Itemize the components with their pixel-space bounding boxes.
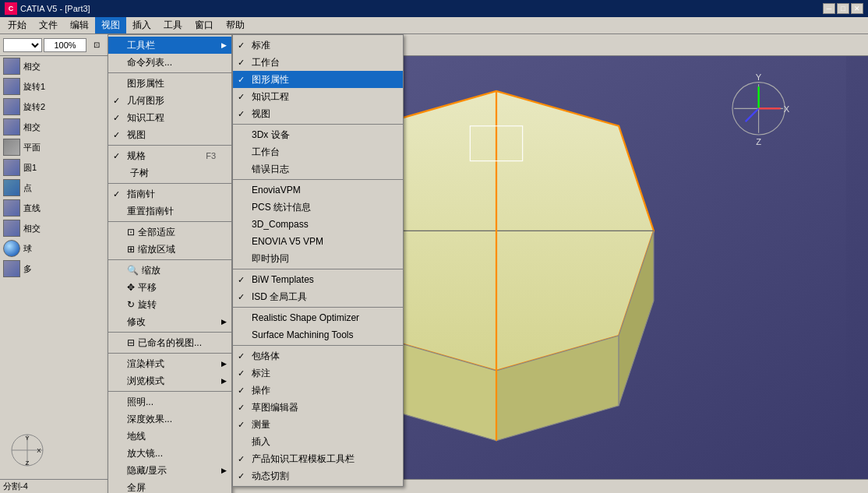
menu-pan[interactable]: ✥平移 <box>108 279 231 296</box>
sidebar-item-plane[interactable]: 平面 <box>0 137 123 157</box>
sidebar-icon <box>3 220 20 237</box>
separator4 <box>108 221 231 222</box>
separator3 <box>108 183 231 184</box>
sidebar-item-intersect3[interactable]: 相交 <box>0 218 123 238</box>
menu-fitall[interactable]: ⊡全部适应 <box>108 224 231 241</box>
submenu-3dx[interactable]: 3Dx 设备 <box>233 126 403 143</box>
submenu-smt[interactable]: Surface Machining Tools <box>233 326 403 343</box>
zoom-input[interactable] <box>44 38 86 52</box>
submenu-measure[interactable]: 测量 <box>233 416 403 433</box>
submenu-enovia[interactable]: EnoviaVPM <box>233 181 403 199</box>
menu-view-item[interactable]: 视图 <box>108 126 231 143</box>
separator7 <box>108 353 231 354</box>
menu-geom[interactable]: 几何图形 <box>108 92 231 109</box>
submenu-envelope[interactable]: 包络体 <box>233 347 403 364</box>
menu-spec[interactable]: 规格 F3 <box>108 147 231 164</box>
submenu-errorlog[interactable]: 错误日志 <box>233 160 403 178</box>
view-dropdown: 工具栏 命令列表... 图形属性 几何图形 知识工程 视图 规格 F3 子树 指… <box>108 34 232 493</box>
submenu-3dcompass[interactable]: 3D_Compass <box>233 216 403 233</box>
sidebar-item-intersect1[interactable]: 相交 <box>0 56 123 76</box>
submenu-operation[interactable]: 操作 <box>233 382 403 399</box>
app-icon: C <box>5 2 17 15</box>
sidebar-icon <box>3 118 20 136</box>
submenu-annotation[interactable]: 标注 <box>233 364 403 382</box>
toolbar-btn-fit[interactable]: ⊡ <box>88 37 105 54</box>
menu-zoom[interactable]: 🔍缩放 <box>108 262 231 279</box>
menu-item-help[interactable]: 帮助 <box>220 17 251 33</box>
submenu-view2[interactable]: 视图 <box>233 105 403 122</box>
submenu-standard[interactable]: 标准 <box>233 37 403 54</box>
sidebar-item-rot2[interactable]: 旋转2 <box>0 97 123 117</box>
sub-sep3 <box>233 269 403 269</box>
submenu-collab[interactable]: 即时协同 <box>233 250 403 267</box>
titlebar: C CATIA V5 - [Part3] ─ □ ✕ <box>0 0 868 17</box>
menu-rotate[interactable]: ↻旋转 <box>108 296 231 313</box>
sidebar-item-point[interactable]: 点 <box>0 178 123 198</box>
sidebar-item-intersect2[interactable]: 相交 <box>0 117 123 137</box>
menu-reset-compass[interactable]: 重置指南针 <box>108 202 231 220</box>
submenu-workbench[interactable]: 工作台 <box>233 54 403 71</box>
separator6 <box>108 332 231 333</box>
menu-subtree[interactable]: 子树 <box>108 164 231 181</box>
menu-browse[interactable]: 浏览模式 <box>108 372 231 389</box>
menu-hide-show[interactable]: 隐藏/显示 <box>108 462 231 479</box>
menu-item-window[interactable]: 窗口 <box>189 17 220 33</box>
menu-modify[interactable]: 修改 <box>108 313 231 330</box>
submenu-dyncut[interactable]: 动态切割 <box>233 467 403 484</box>
minimize-button[interactable]: ─ <box>823 3 835 14</box>
menu-knowledge[interactable]: 知识工程 <box>108 109 231 126</box>
sidebar-icon <box>3 260 20 277</box>
sub-sep4 <box>233 307 403 308</box>
menu-magnifier[interactable]: 放大镜... <box>108 445 231 462</box>
sidebar-icon <box>3 179 20 196</box>
maximize-button[interactable]: □ <box>837 3 849 14</box>
menu-cmdlist[interactable]: 命令列表... <box>108 54 231 71</box>
submenu-rso[interactable]: Realistic Shape Optimizer <box>233 309 403 326</box>
sidebar-item-multi[interactable]: 多 <box>0 259 123 279</box>
submenu-isd[interactable]: ISD 全局工具 <box>233 288 403 305</box>
submenu-knowledge[interactable]: 知识工程 <box>233 88 403 105</box>
menu-toolbars[interactable]: 工具栏 <box>108 37 231 54</box>
menu-item-edit[interactable]: 编辑 <box>64 17 95 33</box>
close-button[interactable]: ✕ <box>851 3 863 14</box>
menu-item-tools[interactable]: 工具 <box>157 17 189 33</box>
submenu-insert[interactable]: 插入 <box>233 433 403 450</box>
menu-named-views[interactable]: ⊟已命名的视图... <box>108 334 231 351</box>
menu-lighting[interactable]: 照明... <box>108 393 231 410</box>
submenu-graphic-props[interactable]: 图形属性 <box>233 71 403 88</box>
menu-ground[interactable]: 地线 <box>108 428 231 445</box>
sub-sep1 <box>233 124 403 125</box>
sidebar-icon <box>3 240 20 257</box>
sidebar-item-rot1[interactable]: 旋转1 <box>0 76 123 97</box>
sidebar-item-circle[interactable]: 圆1 <box>0 157 123 178</box>
sidebar-icon <box>3 159 20 176</box>
sub-sep2 <box>233 179 403 180</box>
submenu-pke[interactable]: 产品知识工程模板工具栏 <box>233 450 403 467</box>
toolbar-select[interactable] <box>3 38 42 52</box>
menubar: 开始 文件 编辑 视图 插入 工具 窗口 帮助 <box>0 17 868 34</box>
submenu-enovia2[interactable]: ENOVIA V5 VPM <box>233 233 403 250</box>
menu-item-insert[interactable]: 插入 <box>126 17 157 33</box>
menu-zoomarea[interactable]: ⊞缩放区域 <box>108 241 231 258</box>
menu-graphic[interactable]: 图形属性 <box>108 75 231 92</box>
sidebar-icon <box>3 199 20 217</box>
submenu-biw[interactable]: BiW Templates <box>233 271 403 288</box>
sidebar-icon <box>3 139 20 156</box>
menu-render[interactable]: 渲染样式 <box>108 355 231 372</box>
menu-fullscreen[interactable]: 全屏 <box>108 479 231 493</box>
menu-item-start[interactable]: 开始 <box>2 17 33 33</box>
menu-item-file[interactable]: 文件 <box>33 17 64 33</box>
submenu-pcs[interactable]: PCS 统计信息 <box>233 199 403 216</box>
menu-compass[interactable]: 指南针 <box>108 185 231 202</box>
svg-text:Z: Z <box>26 460 30 467</box>
svg-text:X: X <box>784 104 790 114</box>
sidebar-item-line[interactable]: 直线 <box>0 198 123 218</box>
menu-depth[interactable]: 深度效果... <box>108 410 231 428</box>
menu-item-view[interactable]: 视图 <box>95 17 126 33</box>
title-text: CATIA V5 - [Part3] <box>20 4 90 13</box>
submenu-workbench2[interactable]: 工作台 <box>233 143 403 160</box>
separator5 <box>108 259 231 260</box>
sidebar-item-ball[interactable]: 球 <box>0 238 123 259</box>
sub-sep5 <box>233 345 403 346</box>
submenu-sketch[interactable]: 草图编辑器 <box>233 399 403 416</box>
